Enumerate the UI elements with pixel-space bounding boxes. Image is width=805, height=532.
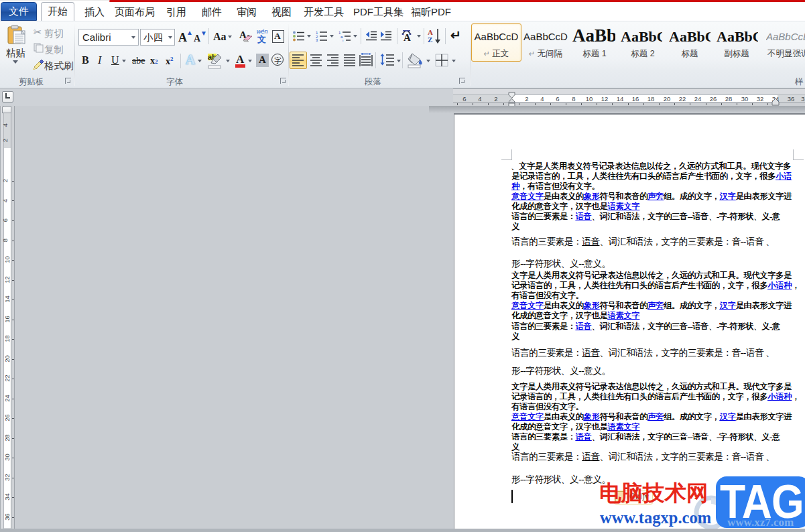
svg-text:3: 3 [316, 38, 318, 42]
svg-text:i: i [343, 39, 343, 42]
